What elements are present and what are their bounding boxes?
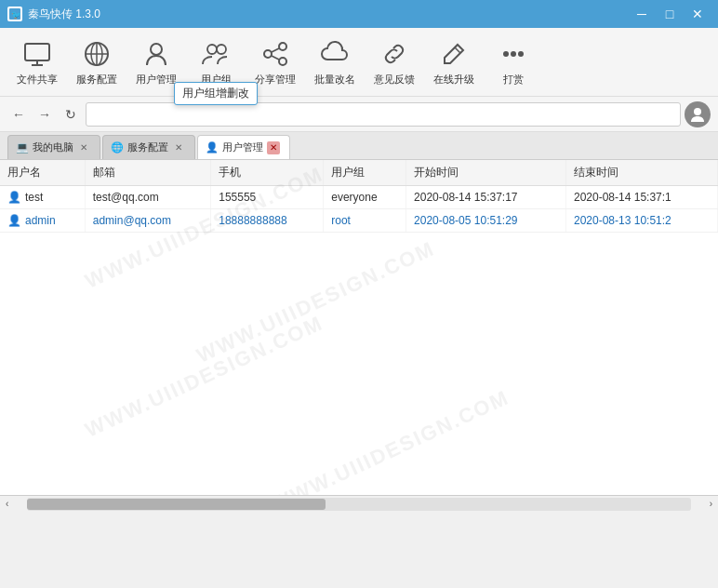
cloud-icon xyxy=(318,37,352,71)
status-bar: ‹ › xyxy=(0,495,718,512)
scroll-right-button[interactable]: › xyxy=(708,499,714,509)
svg-point-12 xyxy=(279,43,286,50)
svg-line-17 xyxy=(455,47,460,53)
globe-icon xyxy=(80,37,113,71)
svg-text:🐦: 🐦 xyxy=(11,9,20,20)
tab-service-config[interactable]: 🌐 服务配置 ✕ xyxy=(102,135,195,159)
share-icon xyxy=(259,37,292,71)
svg-point-19 xyxy=(511,51,516,57)
toolbar-user-manage-label: 用户管理 xyxy=(136,73,177,87)
title-bar-left: 🐦 秦鸟快传 1.3.0 xyxy=(7,7,100,22)
tab-user-manage-label: 用户管理 xyxy=(222,140,263,154)
cell-start: 2020-08-14 15:37:17 xyxy=(406,186,566,209)
cell-group: everyone xyxy=(324,186,406,209)
user-row-icon: 👤 xyxy=(7,214,21,227)
cell-group: root xyxy=(324,209,406,233)
toolbar-service-config-label: 服务配置 xyxy=(76,73,117,87)
toolbar-feedback-label: 意见反馈 xyxy=(374,73,415,87)
svg-line-15 xyxy=(272,48,279,52)
toolbar: 文件共享 服务配置 用户管理 用户组 用户组增删改 分享管理 批量改名 xyxy=(0,28,718,97)
svg-point-21 xyxy=(694,108,701,115)
col-group: 用户组 xyxy=(324,160,406,186)
cell-username: 👤test xyxy=(0,186,85,209)
toolbar-online-upgrade-label: 在线升级 xyxy=(433,73,474,87)
tab-my-pc-close[interactable]: ✕ xyxy=(77,141,90,154)
svg-point-10 xyxy=(207,45,217,54)
toolbar-print[interactable]: 打赏 xyxy=(485,33,541,90)
dots-icon xyxy=(497,37,530,71)
svg-point-18 xyxy=(503,51,509,57)
forward-button[interactable]: → xyxy=(33,103,56,126)
cell-end: 2020-08-13 10:51:2 xyxy=(565,209,717,233)
user-row-icon: 👤 xyxy=(7,191,21,204)
svg-line-16 xyxy=(272,56,279,60)
cell-phone: 155555 xyxy=(211,186,324,209)
close-button[interactable]: ✕ xyxy=(685,5,711,23)
toolbar-file-share-label: 文件共享 xyxy=(17,73,58,87)
col-end: 结束时间 xyxy=(565,160,717,186)
col-email: 邮箱 xyxy=(85,160,210,186)
toolbar-batch-rename-label: 批量改名 xyxy=(314,73,355,87)
window-controls: ─ □ ✕ xyxy=(629,5,711,23)
user-icon xyxy=(140,37,173,71)
svg-rect-2 xyxy=(25,44,49,60)
toolbar-feedback[interactable]: 意见反馈 xyxy=(366,33,422,90)
cell-phone: 18888888888 xyxy=(211,209,324,233)
svg-point-11 xyxy=(217,45,226,54)
user-avatar[interactable] xyxy=(685,101,711,127)
toolbar-online-upgrade[interactable]: 在线升级 xyxy=(426,33,482,90)
cell-start: 2020-08-05 10:51:29 xyxy=(406,209,566,233)
tab-service-config-label: 服务配置 xyxy=(127,140,168,154)
my-pc-icon: 💻 xyxy=(16,141,29,154)
scroll-left-button[interactable]: ‹ xyxy=(4,499,10,509)
toolbar-batch-rename[interactable]: 批量改名 xyxy=(307,33,363,90)
cell-username: 👤admin xyxy=(0,209,85,233)
table-row[interactable]: 👤admin admin@qq.com 18888888888 root 202… xyxy=(0,209,718,233)
scrollbar-thumb xyxy=(27,499,326,510)
col-username: 用户名 xyxy=(0,160,85,186)
cell-end: 2020-08-14 15:37:1 xyxy=(565,186,717,209)
svg-point-14 xyxy=(279,58,286,65)
toolbar-service-config[interactable]: 服务配置 xyxy=(69,33,125,90)
col-start: 开始时间 xyxy=(406,160,566,186)
link-icon xyxy=(378,37,411,71)
table-row[interactable]: 👤test test@qq.com 155555 everyone 2020-0… xyxy=(0,186,718,209)
table-header: 用户名 邮箱 手机 用户组 开始时间 结束时间 xyxy=(0,160,718,186)
address-input[interactable] xyxy=(86,102,681,127)
col-phone: 手机 xyxy=(211,160,324,186)
pencil-icon xyxy=(437,37,471,71)
cell-email: test@qq.com xyxy=(85,186,210,209)
horizontal-scrollbar[interactable] xyxy=(27,498,690,511)
tab-my-pc-label: 我的电脑 xyxy=(33,140,73,154)
tab-user-manage[interactable]: 👤 用户管理 ✕ xyxy=(197,135,290,159)
svg-point-9 xyxy=(151,44,162,55)
address-bar: ← → ↻ xyxy=(0,97,718,132)
back-button[interactable]: ← xyxy=(7,103,30,126)
user-table: 用户名 邮箱 手机 用户组 开始时间 结束时间 👤test test@qq.co… xyxy=(0,160,718,233)
refresh-button[interactable]: ↻ xyxy=(60,103,82,126)
toolbar-print-label: 打赏 xyxy=(503,73,524,87)
toolbar-file-share[interactable]: 文件共享 xyxy=(9,33,65,90)
tabs-bar: 💻 我的电脑 ✕ 🌐 服务配置 ✕ 👤 用户管理 ✕ xyxy=(0,132,718,160)
svg-point-20 xyxy=(518,51,524,57)
toolbar-user-group[interactable]: 用户组 用户组增删改 xyxy=(188,33,244,90)
title-bar: 🐦 秦鸟快传 1.3.0 ─ □ ✕ xyxy=(0,0,718,28)
minimize-button[interactable]: ─ xyxy=(629,5,655,23)
monitor-icon xyxy=(20,37,54,71)
cell-email: admin@qq.com xyxy=(85,209,210,233)
table-container: 用户名 邮箱 手机 用户组 开始时间 结束时间 👤test test@qq.co… xyxy=(0,160,718,495)
app-title: 秦鸟快传 1.3.0 xyxy=(28,7,100,22)
user-group-tooltip: 用户组增删改 xyxy=(174,82,258,105)
toolbar-share-manage-label: 分享管理 xyxy=(255,73,296,87)
app-icon: 🐦 xyxy=(7,7,22,21)
tab-my-pc[interactable]: 💻 我的电脑 ✕ xyxy=(7,135,100,159)
user-manage-icon: 👤 xyxy=(206,141,219,154)
content-area: WWW.UIIIDESIGN.COM WWW.UIIIDESIGN.COM WW… xyxy=(0,160,718,495)
maximize-button[interactable]: □ xyxy=(657,5,683,23)
tab-service-config-close[interactable]: ✕ xyxy=(172,141,185,154)
svg-point-13 xyxy=(264,50,272,58)
service-config-icon: 🌐 xyxy=(111,141,124,154)
users-icon xyxy=(199,37,233,71)
tab-user-manage-close[interactable]: ✕ xyxy=(267,141,280,154)
